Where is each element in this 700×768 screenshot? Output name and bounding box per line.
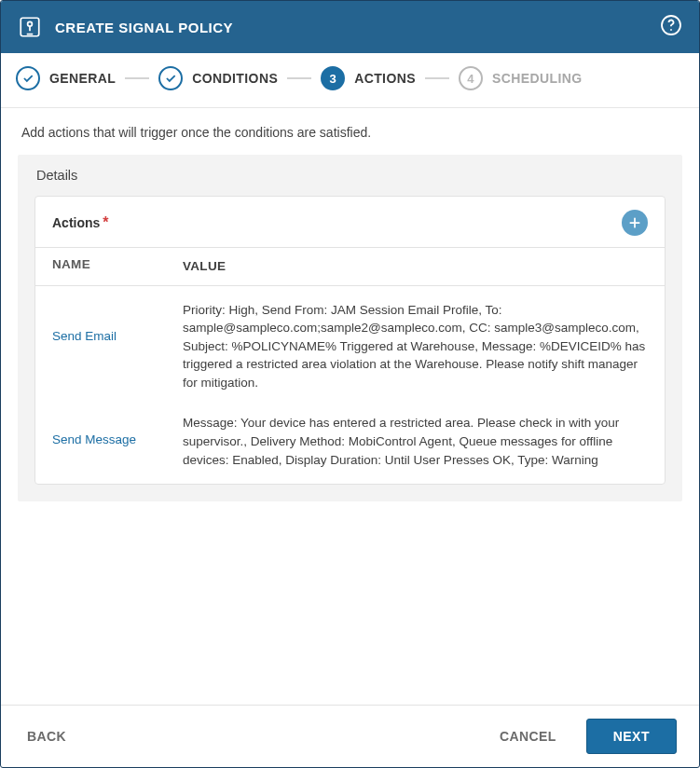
step-actions[interactable]: 3 ACTIONS — [321, 66, 416, 90]
actions-title: Actions — [52, 215, 100, 230]
dialog-body: Add actions that will trigger once the c… — [1, 107, 699, 705]
step-conditions[interactable]: CONDITIONS — [158, 66, 278, 90]
dialog-header: CREATE SIGNAL POLICY — [1, 1, 699, 53]
next-button[interactable]: NEXT — [586, 719, 677, 754]
actions-card-header: Actions * — [35, 197, 665, 248]
actions-table-header: NAME VALUE — [35, 248, 665, 286]
details-panel: Details Actions * NAME VALUE Send Email … — [18, 155, 682, 501]
svg-point-3 — [670, 29, 672, 31]
column-header-name: NAME — [52, 257, 183, 276]
actions-card: Actions * NAME VALUE Send Email Priority… — [34, 196, 666, 485]
column-header-value: VALUE — [183, 257, 648, 276]
table-row: Send Email Priority: High, Send From: JA… — [35, 286, 665, 407]
create-signal-policy-dialog: CREATE SIGNAL POLICY GENERAL CONDITIONS — [0, 0, 700, 768]
back-button[interactable]: BACK — [23, 721, 70, 751]
svg-point-1 — [28, 21, 33, 26]
step-scheduling: 4 SCHEDULING — [459, 66, 583, 90]
check-icon — [158, 66, 183, 90]
action-value-text: Message: Your device has entered a restr… — [183, 414, 648, 469]
required-indicator: * — [103, 214, 108, 231]
step-label: ACTIONS — [354, 71, 416, 86]
add-action-button[interactable] — [622, 210, 648, 236]
step-connector — [425, 77, 449, 79]
step-label: GENERAL — [49, 71, 116, 86]
action-value-text: Priority: High, Send From: JAM Session E… — [183, 301, 648, 392]
step-connector — [125, 77, 149, 79]
step-connector — [287, 77, 311, 79]
step-label: CONDITIONS — [192, 71, 278, 86]
step-general[interactable]: GENERAL — [16, 66, 116, 90]
policy-icon — [18, 15, 42, 39]
plus-icon — [628, 216, 641, 229]
intro-text: Add actions that will trigger once the c… — [18, 108, 682, 155]
panel-title: Details — [18, 155, 682, 196]
step-number: 3 — [321, 66, 345, 90]
wizard-stepper: GENERAL CONDITIONS 3 ACTIONS 4 SCHEDULIN… — [1, 53, 699, 107]
cancel-button[interactable]: CANCEL — [496, 721, 560, 751]
step-label: SCHEDULING — [492, 71, 583, 86]
help-icon[interactable] — [660, 14, 682, 40]
check-icon — [16, 66, 40, 90]
dialog-footer: BACK CANCEL NEXT — [1, 705, 699, 767]
dialog-title: CREATE SIGNAL POLICY — [55, 20, 233, 35]
step-number: 4 — [459, 66, 483, 90]
action-name-link[interactable]: Send Email — [52, 301, 183, 392]
action-name-link[interactable]: Send Message — [52, 414, 183, 469]
table-row: Send Message Message: Your device has en… — [35, 406, 665, 484]
